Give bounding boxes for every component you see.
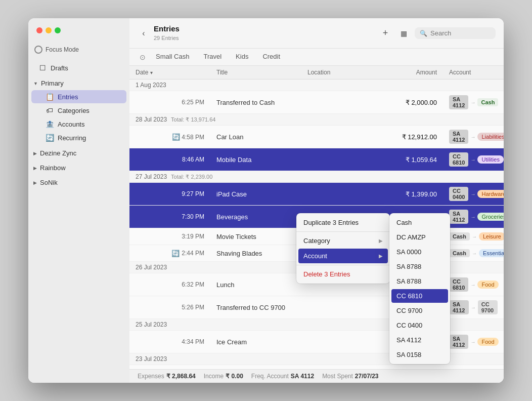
entry-account: SA 4112 → Cash: [443, 91, 504, 113]
tab-travel[interactable]: Travel: [197, 49, 228, 65]
sidebar-item-accounts[interactable]: 🏦 Accounts: [31, 117, 126, 131]
primary-group-header[interactable]: ▼ Primary: [28, 77, 129, 90]
add-button[interactable]: +: [378, 26, 392, 41]
rainbow-group-header[interactable]: ▶ Rainbow: [28, 162, 129, 174]
entries-label: Entries: [58, 93, 78, 101]
filter-tabs: ⊙ Small Cash Travel Kids Credit: [129, 49, 504, 66]
th-date[interactable]: Date ▾: [129, 66, 210, 79]
entry-title: Beverages: [210, 209, 301, 225]
table-row[interactable]: 8:46 AM Mobile Data ₹ 1,059.64 CC 6810 →…: [129, 148, 504, 171]
tab-credit[interactable]: Credit: [256, 49, 286, 65]
sidebar-group-rainbow: ▶ Rainbow: [28, 162, 129, 174]
context-menu-account[interactable]: Account ▶: [298, 249, 388, 263]
entry-title: Lunch: [210, 277, 301, 293]
entry-title: Transferred to CC 9700: [210, 300, 301, 315]
chevron-right-icon-2: ▶: [33, 166, 37, 171]
submenu-item-dc-amzp[interactable]: DC AMZP: [389, 230, 450, 245]
entry-account: SA 4112 → Groceries: [443, 206, 504, 228]
entry-amount: ₹ 2,000.00: [382, 95, 443, 110]
table-row[interactable]: 9:27 PM iPad Case ₹ 1,399.00 CC 0400 → H…: [129, 183, 504, 206]
from-account-badge: SA 4112: [449, 210, 468, 224]
tab-small-cash[interactable]: Small Cash: [150, 49, 195, 65]
entry-time: 🔄 2:44 PM: [129, 246, 210, 261]
table-row[interactable]: 4:01 PM Bread & Groceries In Bread... ₹ …: [129, 365, 504, 369]
rainbow-label: Rainbow: [40, 164, 66, 172]
sidebar-item-recurring[interactable]: 🔄 Recurring: [31, 131, 126, 144]
menu-divider-2: [296, 265, 390, 265]
close-button[interactable]: [36, 27, 42, 33]
submenu-item-cash[interactable]: Cash: [389, 215, 450, 230]
tab-kids[interactable]: Kids: [230, 49, 254, 65]
maximize-button[interactable]: [55, 27, 61, 33]
submenu-item-cc9700[interactable]: CC 9700: [389, 303, 450, 318]
focus-mode-label: Focus Mode: [46, 46, 79, 53]
to-account-badge: Liabilities: [477, 133, 504, 141]
entry-time: 6:25 PM: [129, 95, 210, 110]
table-row[interactable]: 🔄 4:58 PM Car Loan ₹ 12,912.00 SA 4112 →…: [129, 126, 504, 148]
to-account-badge: CC 9700: [478, 300, 498, 314]
focus-mode-toggle[interactable]: Focus Mode: [28, 43, 129, 57]
context-menu-duplicate[interactable]: Duplicate 3 Entries: [296, 215, 390, 230]
sidebar-item-entries[interactable]: 📋 Entries: [31, 90, 126, 103]
sidebar: Focus Mode ☐ Drafts ▼ Primary 📋 Entries …: [28, 18, 129, 383]
table-row[interactable]: 6:25 PM Transferred to Cash ₹ 2,000.00 S…: [129, 91, 504, 114]
sidebar-item-categories[interactable]: 🏷 Categories: [31, 104, 126, 117]
th-account: Account: [443, 66, 504, 79]
submenu-item-sa8788-1[interactable]: SA 8788: [389, 259, 450, 274]
dezine-group-header[interactable]: ▶ Dezine Zync: [28, 147, 129, 159]
recurring-icon: 🔄: [172, 133, 180, 141]
recurring-icon: 🔄: [46, 134, 54, 142]
to-account-badge: Food: [477, 338, 498, 346]
back-button[interactable]: ‹: [138, 27, 150, 39]
from-account-badge: SA 4112: [449, 335, 468, 349]
duplicate-label: Duplicate 3 Entries: [303, 219, 359, 226]
submenu-item-sa8788-2[interactable]: SA 8788: [389, 274, 450, 289]
arrow-right-icon: →: [470, 100, 475, 105]
entries-icon: 📋: [46, 93, 54, 101]
submenu-arrow-icon: ▶: [379, 238, 383, 244]
minimize-button[interactable]: [46, 27, 52, 33]
context-menu-delete[interactable]: Delete 3 Entries: [296, 267, 390, 282]
date-label: 28 Jul 2023: [136, 116, 167, 123]
sort-arrow-icon: ▾: [150, 70, 153, 75]
layout-button[interactable]: ▦: [396, 26, 411, 41]
categories-label: Categories: [58, 107, 90, 114]
entry-title: Mobile Data: [210, 152, 301, 168]
search-input[interactable]: [430, 29, 491, 37]
submenu-item-sa0158[interactable]: SA 0158: [389, 347, 450, 362]
entry-account: CC 6810 → Food: [443, 273, 504, 296]
submenu-item-sa0000[interactable]: SA 0000: [389, 245, 450, 259]
page-title: Entries: [154, 24, 374, 33]
most-spent-label: Most Spent: [322, 373, 353, 380]
submenu-item-cc6810[interactable]: CC 6810: [391, 289, 448, 303]
entry-amount: ₹ 1,059.64: [382, 152, 443, 168]
entry-account: SA 4112 → Liabilities: [443, 126, 504, 148]
toolbar-actions: + ▦ 🔍: [378, 26, 496, 41]
sonik-group-header[interactable]: ▶ SoNik: [28, 176, 129, 189]
search-box: 🔍: [415, 27, 496, 39]
entry-location: [301, 303, 382, 311]
sidebar-item-drafts[interactable]: ☐ Drafts: [31, 61, 126, 74]
submenu-item-sa4112[interactable]: SA 4112: [389, 333, 450, 347]
submenu-item-cc0400[interactable]: CC 0400: [389, 318, 450, 333]
drafts-icon: ☐: [38, 64, 47, 72]
entry-time: 🔄 4:58 PM: [129, 129, 210, 145]
sidebar-group-sonik: ▶ SoNik: [28, 176, 129, 189]
context-menu-category[interactable]: Category ▶: [296, 233, 390, 248]
arrow-right-icon: →: [470, 191, 475, 197]
group-total: Total: ₹ 13,971.64: [171, 116, 215, 123]
categories-icon: 🏷: [46, 106, 54, 114]
arrow-right-icon: →: [470, 282, 475, 288]
from-account-badge: CC 0400: [449, 187, 468, 201]
sonik-label: SoNik: [40, 179, 58, 186]
entry-account: Cash → Essentials: [443, 245, 504, 261]
sidebar-group-dezine: ▶ Dezine Zync: [28, 147, 129, 159]
most-spent-value: 27/07/23: [355, 373, 379, 380]
entry-account: CC 6810 → Utilities: [443, 148, 504, 171]
entry-time: 9:27 PM: [129, 186, 210, 202]
arrow-right-icon: →: [472, 251, 477, 256]
from-account-badge: SA 4112: [449, 130, 468, 144]
from-account-badge: SA 4112: [449, 95, 468, 109]
entry-title: Transferred to Cash: [210, 95, 301, 110]
category-label: Category: [303, 237, 330, 245]
